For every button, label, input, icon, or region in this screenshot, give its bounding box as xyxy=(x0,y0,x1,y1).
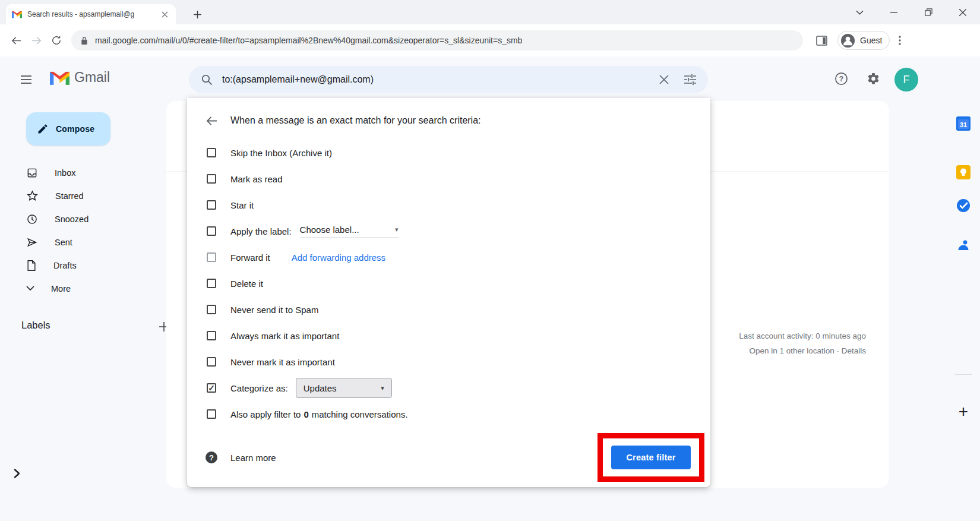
filter-option-row: Never mark it as important xyxy=(187,349,710,375)
checkbox[interactable] xyxy=(207,148,216,157)
option-label: Apply the label: xyxy=(230,226,292,236)
browser-profile-chip[interactable]: Guest xyxy=(837,31,890,50)
forward-icon[interactable] xyxy=(26,30,46,50)
search-input[interactable]: to:(apsamplemail+new@gmail.com) xyxy=(222,74,651,85)
back-arrow-icon[interactable] xyxy=(200,110,223,131)
categorize-select-value: Updates xyxy=(304,383,337,393)
account-activity-note: Last account activity: 0 minutes ago Ope… xyxy=(739,329,866,358)
gmail-wordmark: Gmail xyxy=(74,70,110,86)
activity-line2[interactable]: Open in 1 other location · Details xyxy=(739,343,866,358)
calendar-icon[interactable]: 31 xyxy=(951,112,975,135)
categorize-select[interactable]: Updates ▾ xyxy=(296,378,392,398)
sidebar-item-snoozed[interactable]: Snoozed xyxy=(7,207,153,230)
chevron-down-icon xyxy=(26,286,34,291)
send-icon xyxy=(26,236,38,248)
browser-toolbar: mail.google.com/mail/u/0/#create-filter/… xyxy=(0,24,980,56)
browser-titlebar: Search results - apsamplemail@g xyxy=(0,0,980,24)
sidebar-item-label: More xyxy=(51,284,71,293)
checkbox[interactable] xyxy=(207,252,216,262)
option-label: Never mark it as important xyxy=(230,357,335,367)
search-bar[interactable]: to:(apsamplemail+new@gmail.com) xyxy=(189,66,708,93)
search-icon[interactable] xyxy=(194,67,220,93)
sidebar-item-sent[interactable]: Sent xyxy=(7,230,153,254)
gmail-logo[interactable]: Gmail xyxy=(50,70,110,86)
sidebar-item-more[interactable]: More xyxy=(7,277,153,300)
gmail-create-filter-screen: Search results - apsamplemail@g xyxy=(0,0,980,521)
tasks-icon[interactable] xyxy=(951,194,975,217)
sidebar-item-starred[interactable]: Starred xyxy=(7,184,153,207)
reload-icon[interactable] xyxy=(46,30,67,50)
contacts-icon[interactable] xyxy=(951,234,975,258)
filter-option-row: Also apply filter to0matching conversati… xyxy=(187,401,710,427)
profile-label: Guest xyxy=(860,36,882,45)
new-tab-button[interactable] xyxy=(189,6,206,23)
choose-label-dropdown[interactable]: Choose label... ▾ xyxy=(300,225,399,238)
clock-icon xyxy=(26,213,38,225)
tutorial-highlight-box: Create filter xyxy=(598,433,704,482)
filter-option-row: Delete it xyxy=(187,270,710,296)
svg-text:?: ? xyxy=(839,74,843,83)
filter-option-row: Categorize as: Updates ▾ xyxy=(187,375,710,401)
side-panel-divider xyxy=(955,374,972,375)
svg-text:31: 31 xyxy=(960,121,967,128)
window-close-button[interactable] xyxy=(946,0,980,24)
side-panel: 31 + xyxy=(947,102,980,521)
hide-side-panel-chevron-icon[interactable] xyxy=(6,463,27,484)
get-addons-plus-icon[interactable]: + xyxy=(951,400,975,424)
help-question-icon[interactable]: ? xyxy=(206,451,217,463)
checkbox[interactable] xyxy=(207,305,216,314)
lock-icon xyxy=(81,36,88,45)
support-help-icon[interactable]: ? xyxy=(828,65,854,91)
window-minimize-button[interactable] xyxy=(877,0,911,24)
checkbox[interactable] xyxy=(207,226,216,236)
avatar-letter: F xyxy=(903,74,910,86)
filter-option-row: Mark as read xyxy=(187,166,710,192)
pencil-icon xyxy=(37,123,49,135)
checkbox[interactable] xyxy=(207,174,216,184)
checkbox[interactable] xyxy=(207,200,216,210)
url-text: mail.google.com/mail/u/0/#create-filter/… xyxy=(95,36,522,45)
sidebar-item-label: Sent xyxy=(55,238,72,247)
search-options-tune-icon[interactable] xyxy=(677,67,703,93)
option-label: Forward it xyxy=(230,252,270,263)
option-label: Always mark it as important xyxy=(230,331,339,341)
dropdown-caret-icon: ▾ xyxy=(395,226,399,233)
compose-button[interactable]: Compose xyxy=(26,112,110,146)
learn-more-link[interactable]: Learn more xyxy=(230,453,276,463)
keep-icon[interactable] xyxy=(951,160,975,184)
account-avatar[interactable]: F xyxy=(894,68,918,91)
sidebar-item-inbox[interactable]: Inbox xyxy=(7,161,153,184)
clear-search-icon[interactable] xyxy=(651,67,677,93)
checkbox[interactable] xyxy=(207,331,216,340)
choose-label-value: Choose label... xyxy=(300,225,359,235)
sidebar-item-label: Snoozed xyxy=(55,214,88,224)
browser-tab[interactable]: Search results - apsamplemail@g xyxy=(6,4,176,24)
side-panel-icon[interactable] xyxy=(811,30,832,50)
tab-search-chevron-icon[interactable] xyxy=(842,0,877,24)
matching-count: 0 xyxy=(304,409,308,419)
tab-close-icon[interactable] xyxy=(160,10,170,20)
main-menu-hamburger-icon[interactable] xyxy=(12,65,40,94)
gmail-favicon-icon xyxy=(12,10,22,18)
filter-option-row: Never send it to Spam xyxy=(187,296,710,323)
file-icon xyxy=(26,260,37,271)
add-forwarding-address-link[interactable]: Add forwarding address xyxy=(292,252,385,263)
window-restore-button[interactable] xyxy=(911,0,946,24)
settings-gear-icon[interactable] xyxy=(860,65,886,91)
option-label: Never send it to Spam xyxy=(230,305,318,315)
checkbox[interactable] xyxy=(207,357,216,367)
checkbox[interactable] xyxy=(207,279,216,288)
filter-option-row: Apply the label: Choose label... ▾ xyxy=(187,218,710,244)
create-filter-button[interactable]: Create filter xyxy=(611,446,691,469)
sidebar-item-drafts[interactable]: Drafts xyxy=(7,254,153,277)
dialog-title: When a message is an exact match for you… xyxy=(230,115,481,126)
checkbox[interactable] xyxy=(207,383,216,393)
dropdown-caret-icon: ▾ xyxy=(381,384,384,392)
sidebar-item-label: Drafts xyxy=(53,261,77,270)
guest-avatar-icon xyxy=(840,33,855,48)
address-bar[interactable]: mail.google.com/mail/u/0/#create-filter/… xyxy=(71,30,803,50)
filter-option-row: Skip the Inbox (Archive it) xyxy=(187,140,710,166)
back-icon[interactable] xyxy=(6,30,26,50)
checkbox[interactable] xyxy=(207,409,216,419)
browser-menu-kebab-icon[interactable] xyxy=(890,30,910,50)
